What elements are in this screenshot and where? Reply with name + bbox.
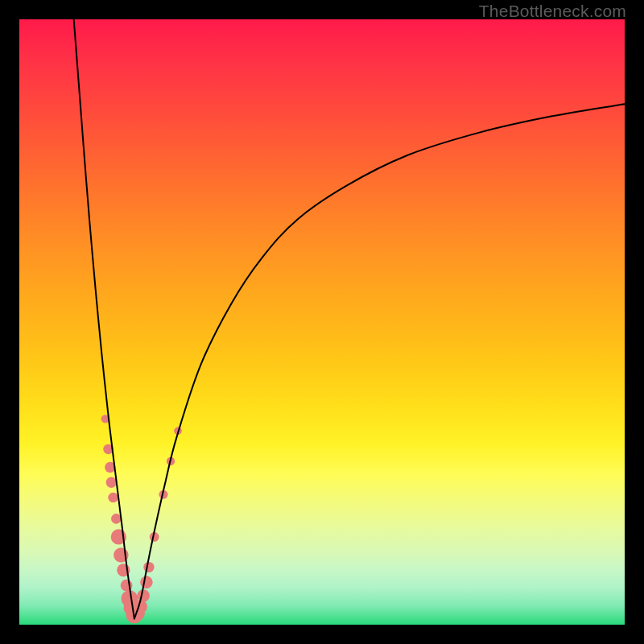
watermark-label: TheBottleneck.com — [479, 2, 626, 21]
curve-left-branch — [74, 19, 134, 618]
data-marker — [106, 477, 117, 488]
data-marker — [140, 576, 153, 589]
data-marker — [143, 562, 154, 572]
chart-frame: TheBottleneck.com — [0, 0, 644, 644]
plot-area — [19, 19, 625, 625]
data-marker — [137, 589, 150, 602]
data-marker — [108, 493, 118, 503]
data-marker — [111, 514, 122, 524]
curve-layer — [74, 19, 625, 618]
curve-right-branch — [134, 104, 625, 618]
chart-svg — [19, 19, 625, 625]
